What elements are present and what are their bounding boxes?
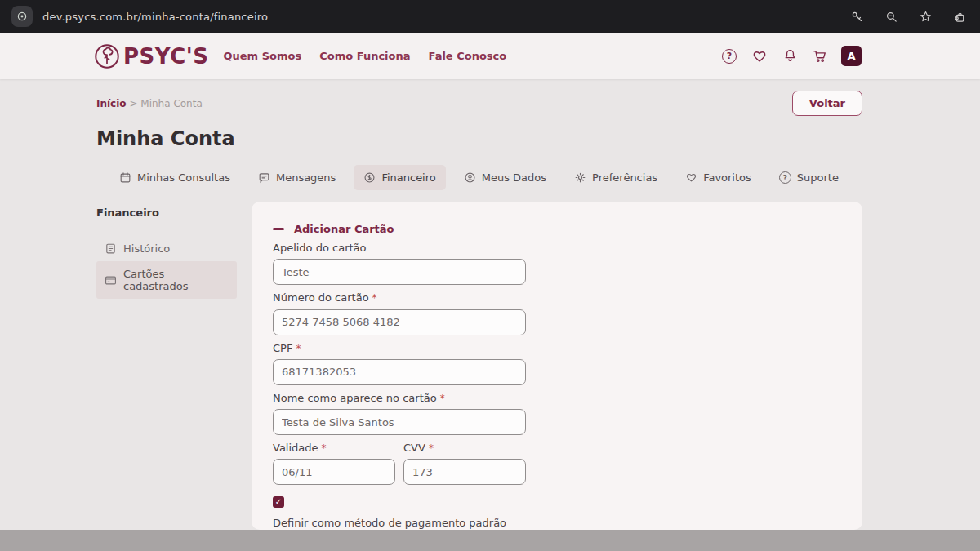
cart-icon[interactable] <box>811 47 829 65</box>
sidebar-item-cartoes-cadastrados[interactable]: Cartões cadastrados <box>96 261 237 299</box>
breadcrumb-separator: > <box>129 98 137 109</box>
validity-label: Validade* <box>273 442 395 455</box>
tab-financeiro[interactable]: Financeiro <box>354 165 445 190</box>
brand-logo[interactable]: PSYC'S <box>94 43 208 69</box>
help-icon[interactable]: ? <box>720 47 738 65</box>
validity-input[interactable] <box>273 459 395 485</box>
nav-fale-conosco[interactable]: Fale Conosco <box>429 50 507 62</box>
nav-como-funciona[interactable]: Como Funciona <box>319 50 410 62</box>
tab-minhas-consultas[interactable]: Minhas Consultas <box>109 165 240 190</box>
dollar-circle-icon <box>363 171 376 184</box>
cvv-input[interactable] <box>403 459 526 485</box>
browser-actions <box>848 7 969 25</box>
calendar-icon <box>119 171 131 184</box>
card-number-input[interactable] <box>273 309 526 335</box>
brand-name: PSYC'S <box>123 44 208 69</box>
site-info-icon[interactable] <box>11 6 33 27</box>
bookmark-star-icon[interactable] <box>916 7 934 25</box>
message-icon <box>258 171 270 184</box>
sidebar-item-historico[interactable]: Histórico <box>96 236 237 261</box>
minus-icon <box>273 228 284 230</box>
heart-icon <box>685 171 697 184</box>
address-bar[interactable]: dev.psycs.com.br/minha-conta/financeiro <box>42 11 268 23</box>
app-header: PSYC'S Quem Somos Como Funciona Fale Con… <box>0 33 980 79</box>
sidebar-title: Financeiro <box>96 202 237 229</box>
nav-quem-somos[interactable]: Quem Somos <box>223 50 301 62</box>
card-name-input[interactable] <box>273 409 526 435</box>
browser-toolbar: dev.psycs.com.br/minha-conta/financeiro <box>0 0 980 33</box>
cpf-input[interactable] <box>273 359 526 385</box>
account-tabs: Minhas Consultas Mensagens Financeiro <box>109 165 862 190</box>
card-name-label: Nome como aparece no cartão* <box>273 392 841 405</box>
main-nav: Quem Somos Como Funciona Fale Conosco <box>223 50 506 62</box>
favorites-heart-icon[interactable] <box>751 47 768 65</box>
page-title: Minha Conta <box>96 127 862 150</box>
back-button[interactable]: Voltar <box>792 91 862 116</box>
footer-strip <box>0 530 980 551</box>
breadcrumb-home[interactable]: Início <box>96 98 127 109</box>
document-icon <box>105 242 117 255</box>
card-number-label: Número do cartão* <box>273 291 841 304</box>
extensions-icon[interactable] <box>951 7 969 25</box>
default-payment-checkbox[interactable] <box>273 496 284 508</box>
question-circle-icon: ? <box>779 171 791 184</box>
add-card-panel: Adicionar Cartão Apelido do cartão Númer… <box>252 202 862 530</box>
card-nickname-input[interactable] <box>273 259 526 285</box>
collapse-add-card[interactable]: Adicionar Cartão <box>273 223 841 235</box>
tab-suporte[interactable]: ? Suporte <box>769 165 849 190</box>
zoom-icon[interactable] <box>882 7 900 25</box>
breadcrumb: Início > Minha Conta <box>96 98 203 109</box>
tab-favoritos[interactable]: Favoritos <box>675 165 761 190</box>
tab-mensagens[interactable]: Mensagens <box>248 165 345 190</box>
tab-preferencias[interactable]: Preferências <box>564 165 667 190</box>
credit-card-icon <box>105 274 117 287</box>
user-avatar[interactable]: A <box>841 46 862 66</box>
user-circle-icon <box>464 171 476 184</box>
psycs-tree-icon <box>94 43 120 69</box>
card-nickname-label: Apelido do cartão <box>273 242 841 255</box>
breadcrumb-current: Minha Conta <box>140 98 202 109</box>
cvv-label: CVV* <box>403 442 526 455</box>
main-content: Início > Minha Conta Voltar Minha Conta … <box>0 79 980 530</box>
cpf-label: CPF* <box>273 342 841 355</box>
default-payment-label: Definir como método de pagamento padrão <box>273 517 841 529</box>
password-key-icon[interactable] <box>848 7 866 25</box>
tab-meus-dados[interactable]: Meus Dados <box>454 165 556 190</box>
gear-icon <box>574 171 586 184</box>
header-icons: ? A <box>720 46 862 66</box>
notifications-bell-icon[interactable] <box>781 47 799 65</box>
financeiro-sidebar: Financeiro Histórico Cartões cadastrados <box>96 202 237 299</box>
